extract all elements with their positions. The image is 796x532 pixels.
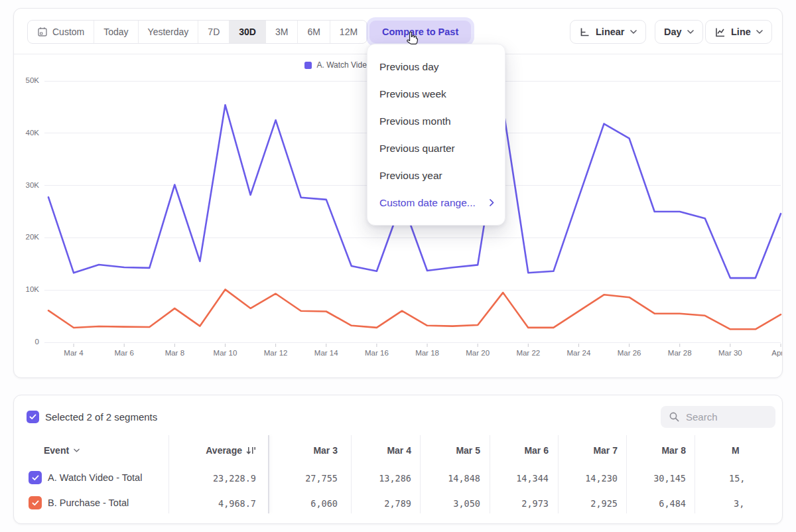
- check-icon: [32, 500, 39, 506]
- daily-value: 6,484: [659, 498, 686, 509]
- x-axis-tick-label: Mar 30: [718, 349, 742, 357]
- sort-descending-icon: [246, 446, 256, 455]
- analytics-dashboard: CustomTodayYesterday7D30D3M6M12M Compare…: [0, 0, 796, 532]
- column-divider: [490, 435, 490, 513]
- menu-item-previous-week[interactable]: Previous week: [367, 80, 505, 107]
- y-axis-tick-label: 40K: [14, 129, 39, 137]
- daily-value: 27,755: [305, 473, 338, 484]
- segment-checkbox[interactable]: [29, 496, 42, 509]
- daily-value: 2,973: [521, 498, 549, 509]
- y-axis-tick-label: 30K: [14, 181, 39, 189]
- x-axis-tick-label: Mar 14: [314, 349, 338, 357]
- x-axis-tick-label: Mar 18: [415, 349, 439, 357]
- daily-value: 6,060: [310, 498, 338, 509]
- y-axis-tick-label: 20K: [14, 233, 39, 241]
- column-divider: [420, 435, 421, 513]
- chevron-right-icon: [490, 199, 494, 206]
- segment-checkbox[interactable]: [29, 471, 42, 484]
- x-axis-tick-label: Mar 24: [567, 349, 591, 357]
- segments-table-card: Selected 2 of 2 segments EventAverageMar…: [13, 395, 783, 524]
- daily-value: 14,344: [516, 473, 549, 484]
- column-divider: [351, 435, 352, 513]
- search-input[interactable]: [686, 411, 765, 423]
- x-axis-tick-label: Mar 20: [466, 349, 490, 357]
- x-axis-tick-label: Mar 8: [165, 349, 184, 357]
- x-axis-tick-label: Mar 16: [365, 349, 389, 357]
- daily-value: 14,848: [448, 473, 480, 484]
- x-axis-tick-label: Mar 26: [618, 349, 641, 357]
- x-axis-tick-label: Apr 1: [771, 349, 783, 357]
- search-box: [661, 406, 775, 428]
- menu-item-previous-quarter[interactable]: Previous quarter: [367, 135, 505, 162]
- x-axis-tick-label: Mar 22: [516, 349, 540, 357]
- segment-name: A. Watch Video - Total: [48, 472, 142, 483]
- check-icon: [29, 414, 36, 420]
- x-axis-tick-label: Mar 12: [264, 349, 288, 357]
- legend-swatch: [304, 62, 312, 69]
- date-column-header[interactable]: Mar 4: [387, 445, 411, 456]
- segment-name: B. Purchase - Total: [48, 498, 129, 508]
- menu-item-label: Custom date range...: [379, 197, 476, 209]
- x-axis-tick-label: Mar 4: [64, 349, 83, 357]
- date-column-header[interactable]: Mar 7: [593, 445, 618, 456]
- average-value: 4,968.7: [218, 498, 256, 509]
- date-column-header[interactable]: Mar 6: [524, 445, 549, 456]
- check-icon: [32, 475, 39, 481]
- x-axis-tick-label: Mar 6: [115, 349, 134, 357]
- average-column-header[interactable]: Average: [206, 445, 256, 456]
- menu-item-previous-year[interactable]: Previous year: [367, 162, 505, 189]
- series-line-b: [48, 289, 781, 329]
- daily-value: 13,286: [379, 473, 411, 484]
- column-divider: [626, 435, 627, 513]
- date-column-header[interactable]: Mar 8: [661, 445, 686, 456]
- daily-value: 2,789: [384, 498, 411, 509]
- date-column-header[interactable]: Mar 3: [313, 445, 338, 456]
- compare-to-past-menu: Previous dayPrevious weekPrevious monthP…: [367, 44, 505, 226]
- daily-value-clipped: 15,: [729, 473, 745, 484]
- daily-value: 2,925: [590, 498, 618, 509]
- select-all-checkbox[interactable]: [27, 411, 39, 423]
- daily-value: 30,145: [653, 473, 686, 484]
- y-axis-tick-label: 10K: [14, 285, 39, 293]
- menu-item-previous-day[interactable]: Previous day: [367, 53, 505, 80]
- column-divider: [695, 435, 695, 513]
- average-value: 23,228.9: [213, 473, 256, 484]
- y-axis-tick-label: 50K: [14, 76, 39, 84]
- x-axis-tick-label: Mar 28: [668, 349, 692, 357]
- average-header-label: Average: [206, 445, 242, 456]
- menu-item-previous-month[interactable]: Previous month: [367, 107, 505, 135]
- daily-value: 3,050: [453, 498, 480, 509]
- search-icon: [669, 411, 680, 423]
- column-divider: [168, 435, 169, 513]
- event-header-label: Event: [44, 445, 69, 456]
- event-column-header[interactable]: Event: [44, 445, 80, 456]
- chevron-down-icon: [74, 448, 80, 452]
- frozen-column-divider: [268, 435, 269, 513]
- daily-value: 14,230: [585, 473, 618, 484]
- column-divider: [558, 435, 559, 513]
- date-column-header-clipped: M: [732, 445, 740, 456]
- selected-segments-label: Selected 2 of 2 segments: [45, 411, 157, 423]
- daily-value-clipped: 3,: [734, 498, 744, 509]
- x-axis-tick-label: Mar 10: [214, 349, 237, 357]
- menu-item-custom-date-range[interactable]: Custom date range...: [367, 189, 505, 216]
- date-column-header[interactable]: Mar 5: [456, 445, 480, 456]
- y-axis-tick-label: 0: [14, 338, 39, 346]
